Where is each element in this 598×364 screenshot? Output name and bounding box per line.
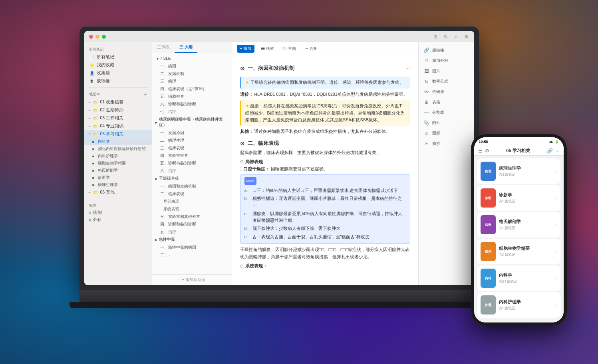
rp-attachment[interactable]: 📎 附件	[420, 118, 473, 128]
outline-group-ganzao[interactable]: ▸ 干燥综合征	[152, 174, 232, 182]
sidebar-item-nb04[interactable]: ▸ 📁 04 专业知识	[84, 122, 152, 130]
sidebar-item-huli[interactable]: ■ 内科护理学	[84, 152, 152, 160]
sidebar-item-favorites[interactable]: ⭐ 我的收藏	[84, 61, 152, 69]
minimize-button[interactable]	[95, 35, 99, 39]
nb-count-xibao: 共0篇笔记	[499, 252, 553, 257]
theme-button[interactable]: ♡ 主题	[280, 45, 298, 52]
outline-item-xitong[interactable]: 系统表现	[152, 205, 232, 213]
folder-icon-02: 📁	[93, 107, 98, 113]
outline-item-jixing2[interactable]: 二、...	[152, 251, 232, 259]
hash-icon-1: #	[89, 210, 91, 215]
outline-item-sle[interactable]: ▸ 7 SLE	[152, 55, 232, 62]
outline-item-ganzao-binyin[interactable]: 一、病因和发病机制	[152, 182, 232, 190]
sidebar-item-trash[interactable]: 🗑 废纸篓	[84, 77, 152, 85]
tab-list[interactable]: 三 列表	[152, 42, 175, 53]
more-button[interactable]: ··· 更多	[302, 45, 320, 52]
highlight-yellow-text: 感染：易感人群在感染某些病毒(如EB病毒)后，可诱发自身免疫反应。外周血T细胞减…	[245, 103, 405, 122]
sidebar-item-nb03[interactable]: ▸ 📁 03 工作相关	[84, 114, 152, 122]
refresh-icon[interactable]: ↻	[443, 34, 449, 40]
rp-frame[interactable]: □ 添加外框	[420, 56, 473, 65]
outline-item-jixing-binyin[interactable]: 一、急性中毒的病因	[152, 243, 232, 251]
search-icon[interactable]: ⌕	[453, 34, 459, 40]
tag-waike[interactable]: # 外科	[84, 216, 152, 224]
outline-item-zhenduan3[interactable]: 五、诊断与鉴别诊断	[152, 159, 232, 167]
outline-item-zhiliao2[interactable]: 六、治疗	[152, 167, 232, 174]
close-button[interactable]	[89, 35, 93, 39]
nb-info-geshi: 格氏解剖学 共0篇笔记	[499, 219, 553, 231]
rp-table[interactable]: ⊞ 表格	[420, 97, 473, 107]
outline-item-ganzao-zhenduan[interactable]: 四、诊断和鉴别诊断	[152, 220, 232, 228]
nb-info-binglishengli: 病理生理学 共1篇笔记	[499, 165, 553, 177]
outline-item-ganzao-linchuang[interactable]: 二、临床表现	[152, 190, 232, 198]
phone-menu-icon[interactable]: ☰	[478, 148, 483, 154]
outline-item-shiyan[interactable]: 四、实验室检查	[152, 152, 232, 159]
outline-item-binyin[interactable]: 一、病因	[152, 62, 232, 70]
item-d-text: 颌下腺肿大：少数病人有颌下腺、舌下腺肿大	[252, 225, 340, 232]
sidebar-item-nb06[interactable]: ▸ 📁 06 其他	[84, 188, 152, 196]
folder-icon-04: 📁	[93, 123, 98, 129]
outline-item-fuzhu[interactable]: 五、辅助检查	[152, 93, 232, 100]
rp-divider[interactable]: ― 分割线	[420, 108, 473, 117]
outline-item-zhenduan2[interactable]: 六、诊断和鉴别诊断	[152, 100, 232, 108]
sidebar-item-xiaoke[interactable]: ■ 消化内科疾病临床诊疗思维	[84, 145, 152, 152]
phone-nb-huli[interactable]: 护理 内科护理学 共0篇笔记 ›	[477, 292, 560, 318]
outline-item-fabbj[interactable]: 二、发病机制	[152, 70, 232, 77]
add-page-button[interactable]: + + 添加新页面	[152, 274, 232, 285]
xibao-label: 细胞生物学精要	[98, 160, 126, 166]
outline-item-fayuanyin[interactable]: 一、发病原因	[152, 129, 232, 136]
phone-time: 10:58	[479, 140, 549, 144]
phone-nb-zhenduan[interactable]: 诊断 诊新学 共0篇笔记 ›	[477, 185, 560, 211]
tab-outline[interactable]: 三 大纲	[175, 42, 197, 53]
add-notebook-button[interactable]: +	[143, 91, 147, 97]
outline-group-diabetes[interactable]: ▸ 糖尿病酮症酸中毒（糖尿病急性并发症）	[152, 115, 232, 129]
para1-text: HLA-DRB1 0301，DQAI *0501，DQBI 0201单倍体型与发…	[254, 92, 407, 97]
add-button[interactable]: + 添加	[237, 45, 255, 53]
grid-icon[interactable]: ⊞	[433, 34, 438, 40]
phone-settings-icon[interactable]: ⚙	[485, 148, 489, 154]
phone-nb-xibao[interactable]: 细胞 细胞生物学精要 共0篇笔记 ›	[477, 239, 560, 264]
sidebar-item-bingli[interactable]: ■ 病理生理学	[84, 181, 152, 188]
sidebar-item-all-notes[interactable]: 📄 所有笔记	[84, 53, 152, 61]
link-icon: 🔗	[423, 47, 430, 53]
outline-item-ganzao-shiyan[interactable]: 三、实验室和其他检查	[152, 213, 232, 220]
outline-item-binglishengli[interactable]: 二、病理生理	[152, 136, 232, 144]
outline-item-ganzao-zhiliao[interactable]: 五、治疗	[152, 228, 232, 235]
phone-nb-neike[interactable]: 内科 内科学 共24篇笔记 ›	[477, 265, 560, 291]
phone-more-icon[interactable]: ···	[555, 148, 559, 154]
sidebar-item-geshi[interactable]: ■ 格氏解剖学	[84, 167, 152, 174]
phone-nb-binglishengli[interactable]: 病理 病理生理学 共1篇笔记 ›	[477, 158, 560, 184]
battery-icon: 🔋	[555, 140, 559, 144]
folder-icon-03: 📁	[93, 115, 98, 121]
sidebar-item-nb05[interactable]: ▾ 📁 05 学习相关	[84, 130, 152, 138]
maximize-button[interactable]	[102, 35, 106, 39]
highlight-yellow-block: ★ 感染：易感人群在感染某些病毒(如EB病毒)后，可诱发自身免疫反应。外周血T细…	[240, 100, 410, 125]
sidebar-item-xibao[interactable]: ■ 细胞生物学精要	[84, 160, 152, 167]
outline-group-jixing[interactable]: ▸ 急性中毒	[152, 235, 232, 243]
rp-image[interactable]: 🖼 图片	[420, 66, 473, 76]
rp-formula[interactable]: fx 数字公式	[420, 77, 473, 86]
section1-more-icon[interactable]: ···	[405, 65, 410, 71]
phone-nb-geshi[interactable]: 格氏 格氏解剖学 共0篇笔记 ›	[477, 212, 560, 237]
item-e-label: e.	[244, 233, 250, 240]
outline-item-jubu[interactable]: 局部表现	[152, 198, 232, 205]
sidebar-item-nb01[interactable]: ▸ 📁 01 收集信箱	[84, 98, 152, 106]
rp-quote[interactable]: ✂ 摘抄	[420, 139, 473, 148]
rp-emoji[interactable]: ☺ 图标	[420, 129, 473, 138]
sidebar-item-neike[interactable]: ■ 内科学	[84, 138, 152, 145]
tag-bingli[interactable]: # 病例	[84, 209, 152, 216]
phone-action-icon[interactable]: 🔗	[547, 148, 553, 154]
image-icon: 🖼	[423, 68, 430, 74]
outline-item-bingli2[interactable]: 三、病理	[152, 77, 232, 85]
rp-table-label: 表格	[432, 99, 440, 105]
sidebar-item-inbox[interactable]: 👤 收集箱	[84, 69, 152, 77]
outline-item-linchuang2[interactable]: 三、临床表现	[152, 144, 232, 152]
outline-item-zhiliao[interactable]: 七、治疗	[152, 108, 232, 115]
sidebar-item-nb02[interactable]: ▸ 📁 02 近期待办	[84, 106, 152, 114]
settings-icon[interactable]: ⚙	[464, 34, 469, 40]
outline-content: ▸ 7 SLE 一、病因 二、发病机制 三、病理 四、临床表现（见书816） 五…	[152, 53, 232, 274]
rp-link[interactable]: 🔗 超链接	[420, 46, 473, 55]
rp-code[interactable]: </> 代码块	[420, 87, 473, 97]
sidebar-item-zhenduan[interactable]: ■ 诊断学	[84, 174, 152, 181]
format-button[interactable]: ☰ 格式	[258, 45, 276, 52]
outline-item-linchuang[interactable]: 四、临床表现（见书816）	[152, 85, 232, 93]
